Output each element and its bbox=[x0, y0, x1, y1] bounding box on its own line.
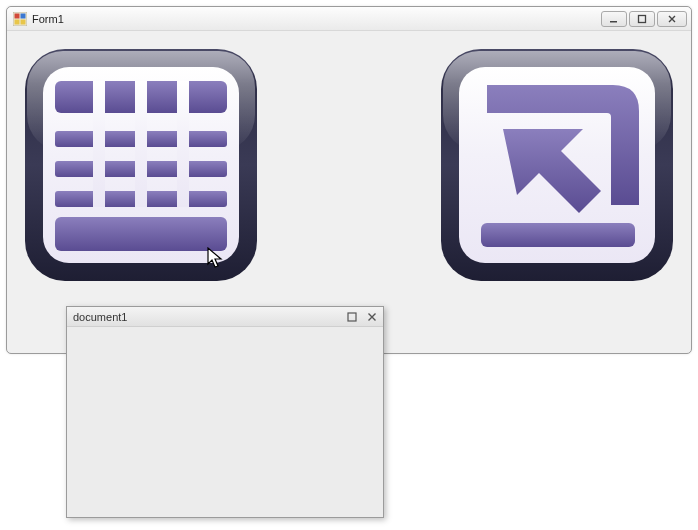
child-maximize-button[interactable] bbox=[345, 310, 359, 324]
svg-rect-17 bbox=[177, 81, 189, 207]
svg-rect-15 bbox=[93, 81, 105, 207]
svg-rect-3 bbox=[15, 19, 20, 24]
svg-rect-16 bbox=[135, 81, 147, 207]
svg-rect-6 bbox=[639, 15, 646, 22]
maximize-button[interactable] bbox=[629, 11, 655, 27]
child-window-controls bbox=[345, 310, 379, 324]
app-form-icon bbox=[13, 12, 27, 26]
child-titlebar[interactable]: document1 bbox=[67, 307, 383, 327]
svg-rect-22 bbox=[481, 223, 635, 247]
table-grid-icon[interactable] bbox=[21, 45, 261, 285]
window-controls bbox=[601, 11, 687, 27]
svg-rect-5 bbox=[610, 21, 617, 23]
svg-rect-1 bbox=[15, 13, 20, 18]
main-window: Form1 bbox=[6, 6, 692, 354]
svg-rect-2 bbox=[21, 13, 26, 18]
arrow-enter-icon[interactable] bbox=[437, 45, 677, 285]
child-window-title: document1 bbox=[73, 311, 345, 323]
form-client-area bbox=[7, 31, 691, 353]
close-button[interactable] bbox=[657, 11, 687, 27]
titlebar[interactable]: Form1 bbox=[7, 7, 691, 31]
child-close-button[interactable] bbox=[365, 310, 379, 324]
minimize-button[interactable] bbox=[601, 11, 627, 27]
svg-rect-23 bbox=[348, 313, 356, 321]
svg-rect-4 bbox=[21, 19, 26, 24]
svg-rect-18 bbox=[55, 217, 227, 251]
window-title: Form1 bbox=[32, 13, 601, 25]
child-document-window: document1 bbox=[66, 306, 384, 518]
child-client-area[interactable] bbox=[67, 327, 383, 517]
